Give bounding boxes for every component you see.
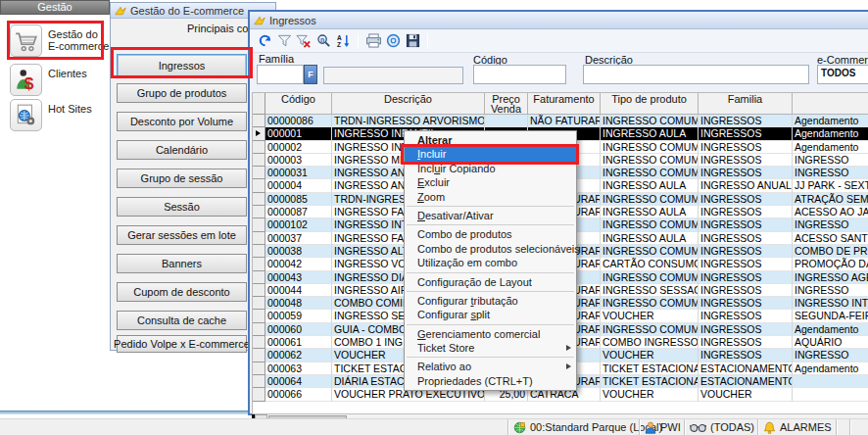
row-selector[interactable] [253, 179, 265, 192]
row-selector[interactable] [253, 284, 265, 297]
row-selector[interactable] [253, 141, 265, 154]
cell-tipo: TICKET ESTACIONAME [601, 362, 699, 375]
row-selector[interactable] [253, 154, 265, 167]
row-selector[interactable] [253, 258, 265, 270]
status-item-todas[interactable]: (TODAS) [684, 419, 757, 435]
svg-text:n: n [319, 36, 323, 43]
cell-codigo: 000038 [265, 245, 332, 258]
row-selector[interactable] [253, 375, 265, 388]
codigo-input[interactable] [473, 65, 566, 84]
button-banners[interactable]: Banners [117, 254, 247, 273]
button-ingressos[interactable]: Ingressos [117, 54, 247, 77]
row-selector[interactable] [253, 323, 265, 336]
menu-item-configurar-tributacao[interactable]: Configurar tributação [405, 294, 576, 308]
menu-item-gerenciamento-comercial[interactable]: Gerenciamento comercial [405, 327, 576, 341]
column-header-codigo[interactable]: Código [265, 93, 332, 115]
row-selector[interactable] [253, 218, 265, 231]
button-consulta-de-cache[interactable]: Consulta de cache [117, 311, 247, 330]
cell-atracao: ACESSO SANTUÁ [793, 232, 868, 245]
filter-icon[interactable] [274, 31, 294, 51]
cell-tipo: INGRESSO COMUM [601, 218, 699, 231]
row-selector[interactable] [253, 310, 265, 322]
status-empty-cell [836, 419, 849, 435]
svg-text:A: A [336, 34, 341, 41]
button-grupo-de-produtos[interactable]: Grupo de produtos [117, 83, 247, 103]
ecommerce-select[interactable]: TODOS [817, 65, 868, 84]
menu-item-alterar[interactable]: Alterar [405, 133, 576, 147]
cell-atracao: AQUÁRIO [793, 336, 868, 349]
button-desconto-por-volume[interactable]: Desconto por Volume [117, 112, 247, 131]
menu-item-desativar-ativar[interactable]: Desativar/Ativar [405, 209, 576, 222]
familia-desc-input[interactable] [323, 67, 463, 84]
menu-item-utilizacao-em-combo[interactable]: Utilização em combo [405, 256, 576, 269]
row-selector[interactable] [253, 127, 265, 140]
column-header-a[interactable]: A [793, 93, 868, 115]
row-selector[interactable] [253, 349, 265, 362]
menu-item-incluir[interactable]: Incluir [405, 147, 576, 161]
row-selector[interactable] [253, 336, 265, 349]
menu-item-ticket-store[interactable]: Ticket Store [405, 341, 576, 355]
menu-item-incluir-copiando[interactable]: Incluir Copiando [405, 162, 576, 175]
button-cupom-de-desconto[interactable]: Cupom de desconto [117, 282, 247, 302]
row-selector[interactable] [253, 271, 265, 284]
button-gerar-sessoes-em-lote[interactable]: Gerar sessões em lote [117, 225, 247, 245]
column-header-preco-venda[interactable]: Preço Venda [485, 93, 528, 115]
row-selector[interactable] [253, 193, 265, 206]
menu-item-combo-de-produtos-selecionaveis[interactable]: Combo de produtos selecionáveis [405, 242, 576, 256]
menu-item-relativo-ao[interactable]: Relativo ao [405, 360, 576, 373]
status-item-pwi[interactable]: PWI [639, 419, 684, 435]
row-selector[interactable] [253, 206, 265, 218]
row-selector[interactable] [253, 232, 265, 245]
familia-input[interactable] [257, 65, 304, 84]
column-header-faturamento[interactable]: Faturamento [528, 93, 601, 115]
glasses-icon [690, 422, 706, 433]
button-sessao[interactable]: Sessão [117, 197, 247, 217]
clear-filter-icon[interactable] [294, 31, 313, 51]
print-icon[interactable] [363, 31, 383, 51]
toolbar-separator [427, 33, 428, 49]
status-item-00-standard-parque-local[interactable]: 00:Standard Parque (Local) [507, 419, 639, 435]
menu-item-excluir[interactable]: Excluir [405, 175, 576, 189]
refresh-icon[interactable] [255, 31, 274, 51]
row-selector[interactable] [253, 362, 265, 375]
menu-item-combo-de-produtos[interactable]: Combo de produtos [405, 227, 576, 241]
ingressos-window-titlebar[interactable]: Ingressos [250, 12, 868, 29]
save-icon[interactable] [403, 31, 422, 51]
preview-icon[interactable] [383, 31, 403, 51]
globe-icon [513, 421, 526, 434]
row-selector[interactable] [253, 388, 265, 401]
grid-corner [253, 93, 265, 115]
sort-icon[interactable]: AZ [333, 31, 353, 51]
shortcut-item-gestao-do[interactable]: Gestão do E-commerce [10, 24, 109, 57]
column-header-descricao[interactable]: Descrição [332, 93, 485, 115]
cell-familia: INGRESSOS [699, 271, 793, 284]
status-empty-cell [849, 419, 861, 435]
menu-item-propriedades-ctrl-t[interactable]: Propriedades (CTRL+T) [405, 374, 576, 388]
shortcut-label: Clientes [48, 68, 87, 79]
menu-item-configurar-split[interactable]: Configurar split [405, 308, 576, 321]
window-icon [254, 15, 265, 26]
button-calendario[interactable]: Calendário [117, 140, 247, 160]
cell-tipo: INGRESSO COMUM [601, 297, 699, 310]
button-grupo-de-sessao[interactable]: Grupo de sessão [117, 169, 247, 188]
familia-lookup-button[interactable]: F [304, 65, 317, 84]
descricao-input[interactable] [583, 65, 809, 84]
row-selector[interactable] [253, 167, 265, 179]
column-header-familia[interactable]: Familia [699, 93, 793, 115]
cell-tipo: COMBO INGRESSO + V [601, 336, 699, 349]
shortcut-item-clientes[interactable]: $ Clientes [10, 64, 87, 96]
menu-separator [407, 357, 574, 358]
table-row[interactable]: 00000086TRDN-INGRESSO ARVORISMONÃO FATUR… [253, 115, 868, 127]
menu-item-configuracao-de-layout[interactable]: Configuração de Layout [405, 275, 576, 289]
menu-separator [407, 324, 574, 325]
row-selector[interactable] [253, 115, 265, 127]
row-selector[interactable] [253, 245, 265, 258]
button-pedido-volpe-x-e-commerce[interactable]: Pedido Volpe x E-commerce [117, 335, 247, 353]
cell-codigo: 000001 [265, 127, 332, 140]
search-icon[interactable]: n [313, 31, 333, 51]
shortcut-item-hot-sites[interactable]: Hot Sites [10, 99, 92, 131]
row-selector[interactable] [253, 297, 265, 310]
menu-item-zoom[interactable]: Zoom [405, 190, 576, 204]
status-item-alarmes[interactable]: ALARMES [757, 419, 836, 435]
column-header-tipo-de-produto[interactable]: Tipo de produto [601, 93, 699, 115]
